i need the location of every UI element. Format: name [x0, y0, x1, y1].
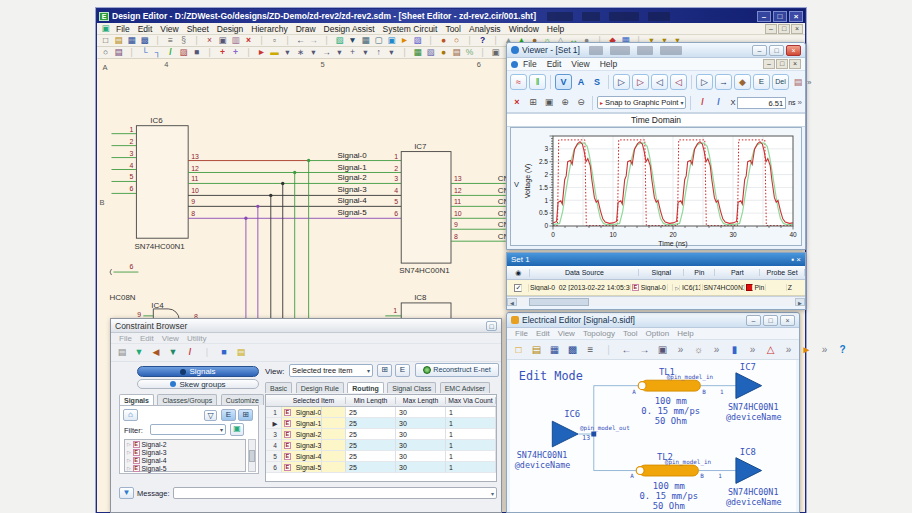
- tree-expand-icon[interactable]: ▷: [127, 441, 131, 447]
- constraint-row[interactable]: 6 ESignal-5 25 30 1: [266, 462, 496, 473]
- dropdown-icon[interactable]: ▾: [281, 47, 294, 58]
- data-source-row[interactable]: ✓ Signal-0_02 [2013-02-22 14:05:30] ESig…: [507, 280, 805, 296]
- ic7-buffer-symbol[interactable]: [736, 373, 762, 399]
- tab-signals[interactable]: Signals: [119, 394, 154, 405]
- save-as-icon[interactable]: ▩: [565, 343, 580, 357]
- menu-item[interactable]: View: [158, 334, 183, 343]
- filter-icon[interactable]: ▽: [204, 410, 217, 421]
- voltage-mode-button[interactable]: V: [555, 74, 572, 90]
- scroll-right-icon[interactable]: ▶: [795, 298, 805, 306]
- sheet-menu-icon[interactable]: ▣: [99, 23, 112, 34]
- maximize-icon[interactable]: □: [773, 11, 787, 22]
- close-icon[interactable]: ×: [780, 315, 795, 326]
- attach-icon[interactable]: ▤: [791, 76, 805, 89]
- visibility-checkbox[interactable]: ✓: [514, 284, 522, 292]
- menu-item[interactable]: Window: [505, 24, 543, 34]
- toolbar-separator[interactable]: |: [601, 343, 616, 357]
- col-max-length[interactable]: Max Length: [396, 397, 446, 404]
- tree-expand-icon[interactable]: ▷: [127, 449, 131, 455]
- toolbar-separator[interactable]: |: [463, 35, 476, 46]
- menu-item[interactable]: Hierarchy: [247, 24, 291, 34]
- constraint-row[interactable]: 1 ESignal-0 25 30 1: [266, 407, 496, 418]
- toolbar-separator[interactable]: |: [200, 346, 214, 359]
- menu-item[interactable]: File: [112, 24, 134, 34]
- waveform-icon[interactable]: △: [763, 343, 778, 357]
- scroll-left-icon[interactable]: ◀: [507, 298, 517, 306]
- screen-view-icon[interactable]: ▣: [385, 35, 398, 46]
- tab-routing[interactable]: Routing: [347, 382, 383, 393]
- toolbar-separator[interactable]: |: [398, 47, 411, 58]
- measure-red-icon[interactable]: /: [695, 96, 709, 109]
- s-mode-button[interactable]: S: [590, 76, 604, 89]
- frame-view-icon[interactable]: ▢: [372, 35, 385, 46]
- menu-item[interactable]: Topology: [579, 329, 619, 338]
- enet-filter-icon[interactable]: E: [395, 364, 410, 377]
- library-icon[interactable]: ▤: [450, 47, 463, 58]
- horizontal-scrollbar[interactable]: ◀ ▶: [507, 296, 805, 306]
- menu-item[interactable]: Edit: [532, 329, 554, 338]
- tab-signal-class[interactable]: Signal Class: [387, 382, 436, 393]
- menu-item[interactable]: Sheet: [183, 24, 213, 34]
- dir-up-icon[interactable]: ↑: [372, 47, 385, 58]
- ic8-buffer-symbol[interactable]: [736, 458, 762, 484]
- overflow-chevron-icon[interactable]: »: [798, 98, 802, 107]
- reconstruct-enet-button[interactable]: Reconstruct E-net: [415, 363, 499, 377]
- tree-item[interactable]: ▷ E Signal-5: [125, 464, 245, 472]
- pair-view-icon[interactable]: ⊞: [238, 409, 253, 421]
- ic6-body[interactable]: [136, 126, 188, 239]
- probe-power-icon[interactable]: ▷: [632, 74, 649, 90]
- menu-item[interactable]: Help: [543, 24, 568, 34]
- scrollbar-thumb[interactable]: [529, 298, 589, 306]
- cross-red-icon[interactable]: +: [216, 47, 229, 58]
- snap-mode-combobox[interactable]: ▸ Snap to Graphic Point ▾: [597, 96, 686, 109]
- stack-icon[interactable]: ▤: [112, 47, 125, 58]
- home-icon[interactable]: ⌂: [123, 409, 138, 421]
- view-combobox[interactable]: Selected tree item ▾: [289, 364, 373, 377]
- zoom-fit-icon[interactable]: ⊞: [526, 96, 540, 109]
- zoom-in-icon[interactable]: ⊕: [558, 96, 572, 109]
- maximize-icon[interactable]: □: [769, 45, 784, 56]
- col-max-via-count[interactable]: Max Via Count: [446, 397, 496, 404]
- toolbar-separator[interactable]: |: [151, 35, 164, 46]
- minimize-icon[interactable]: –: [752, 45, 767, 56]
- mdi-minimize-icon[interactable]: –: [765, 24, 777, 34]
- menu-item[interactable]: View: [156, 24, 182, 34]
- fft-icon[interactable]: ‖: [529, 74, 546, 90]
- generate-icon[interactable]: ●: [437, 47, 450, 58]
- overflow-chevron-icon[interactable]: »: [807, 78, 811, 87]
- probe-bend-icon[interactable]: ◁: [651, 74, 668, 90]
- ic6-buffer-symbol[interactable]: [552, 421, 578, 447]
- toolbar-separator[interactable]: |: [125, 47, 138, 58]
- constraint-row[interactable]: ▶ ESignal-1 25 30 1: [266, 418, 496, 429]
- probe-voltage-icon[interactable]: ▷: [613, 74, 630, 90]
- menu-item[interactable]: Edit: [542, 59, 567, 69]
- tl1-transmission-line[interactable]: [641, 380, 700, 391]
- clock-icon[interactable]: ▦: [411, 47, 424, 58]
- pin-icon[interactable]: ▪: [791, 255, 794, 264]
- zoom-out-icon[interactable]: ⊖: [574, 96, 588, 109]
- menu-item[interactable]: Help: [595, 59, 622, 69]
- maximize-icon[interactable]: □: [763, 315, 778, 326]
- constraint-row[interactable]: 4 ESignal-3 25 30 1: [266, 440, 496, 451]
- signals-tree[interactable]: ▷ E Signal-2 ▷ E Signal-3 ▷ E Signal-4 ▷…: [124, 439, 246, 472]
- col-pin[interactable]: Pin: [684, 269, 715, 276]
- document-icon[interactable]: ▨: [411, 35, 424, 46]
- title-bar[interactable]: Electrical Editor [Signal-0.sidf] – □ ×: [507, 313, 799, 328]
- pen-icon[interactable]: /: [183, 346, 197, 359]
- col-data-source[interactable]: Data Source: [530, 269, 639, 276]
- close-icon[interactable]: ×: [786, 45, 801, 56]
- dir-right-icon[interactable]: →: [320, 47, 333, 58]
- new-file-icon[interactable]: □: [511, 343, 526, 357]
- delete-icon[interactable]: ×: [242, 35, 255, 46]
- dropdown-icon[interactable]: ▾: [359, 47, 372, 58]
- expand-all-icon[interactable]: ⊞: [377, 364, 392, 377]
- menu-item[interactable]: Edit: [136, 334, 158, 343]
- enet-view-icon[interactable]: E: [221, 409, 236, 421]
- export-icon[interactable]: ▤: [115, 346, 129, 359]
- zoom-all-icon[interactable]: ×: [510, 96, 524, 109]
- tap-icon[interactable]: ∗: [294, 47, 307, 58]
- close-icon[interactable]: ×: [796, 255, 801, 264]
- constraint-row[interactable]: 3 ESignal-2 25 30 1: [266, 429, 496, 440]
- prop-grid-icon[interactable]: ▣: [489, 47, 502, 58]
- pin-tool-icon[interactable]: ►: [255, 47, 268, 58]
